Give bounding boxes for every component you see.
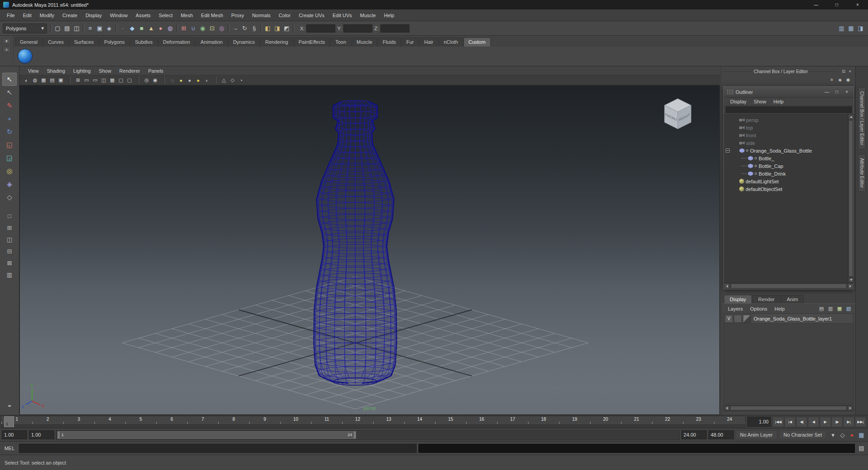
frame-label[interactable]: 10 (280, 416, 311, 422)
tool-settings-icon[interactable]: ◒ (2, 398, 17, 411)
frame-label[interactable]: 13 (373, 416, 404, 422)
mask-rendering-icon[interactable]: ◍ (165, 23, 175, 33)
channel-speed-icon[interactable]: ≡ (828, 76, 835, 83)
wireframe-display-icon[interactable]: ◌ (168, 76, 177, 84)
play-forwards-button[interactable]: ▶ (820, 417, 831, 427)
save-scene-icon[interactable]: ◫ (72, 23, 81, 33)
select-hierarchy-icon[interactable]: ≡ (85, 23, 95, 33)
rotate-tool[interactable]: ↻ (2, 125, 17, 138)
character-set-dropdown[interactable]: No Character Set (779, 430, 826, 439)
menu-item[interactable]: File (3, 11, 19, 20)
menu-item[interactable]: Select (155, 11, 177, 20)
frame-label[interactable]: 12 (342, 416, 373, 422)
panel-toggle-icon[interactable]: ▦ (846, 23, 856, 33)
resolution-gate-icon[interactable]: ▭ (91, 76, 99, 84)
frame-label[interactable]: 7 (187, 416, 218, 422)
panel-menu-item[interactable]: Renderer (115, 67, 144, 74)
snap-view-icon[interactable]: ⊡ (207, 23, 217, 33)
shelf-tab[interactable]: Custom (464, 37, 491, 47)
step-forward-key-button[interactable]: |▶ (831, 417, 843, 427)
outliner-item[interactable]: Orange_Soda_Glass_Bottle (724, 147, 848, 154)
shelf-tab[interactable]: Surfaces (69, 37, 99, 47)
menu-item[interactable]: Modify (36, 11, 58, 20)
panel-toolbar-icon[interactable] (65, 76, 74, 84)
shelf-tab[interactable]: Subdivs (130, 37, 158, 47)
textured-display-icon[interactable]: ● (185, 76, 194, 84)
pane-hypershade-layout-button[interactable]: ⊠ (3, 257, 16, 269)
step-back-frame-button[interactable]: |◀ (784, 417, 796, 427)
open-scene-icon[interactable]: ▤ (62, 23, 72, 33)
outliner-item[interactable]: defaultLightSet (724, 177, 848, 185)
input-connections-icon[interactable]: → (230, 23, 240, 33)
channelbox-header[interactable]: Channel Box / Layer Editor ⊡ × (722, 66, 855, 76)
film-gate-icon[interactable]: ▭ (82, 76, 91, 84)
scroll-left-button[interactable] (724, 283, 730, 289)
mask-surfaces-icon[interactable]: ■ (137, 23, 146, 33)
channel-pin-icon[interactable]: ◉ (845, 76, 852, 83)
show-manipulator-tool[interactable]: ◈ (2, 177, 17, 191)
shelf-tab[interactable]: Hair (419, 37, 438, 47)
move-tool[interactable]: + (2, 112, 17, 125)
shelf-tab[interactable]: Rendering (260, 37, 293, 47)
x-input[interactable] (306, 24, 335, 33)
shadows-icon[interactable]: ◗ (202, 76, 211, 84)
mask-dynamics-icon[interactable]: ● (156, 23, 165, 33)
menu-item[interactable]: Create (58, 11, 81, 20)
frame-label[interactable]: 15 (435, 416, 466, 422)
menu-item[interactable]: Mesh (177, 11, 197, 20)
layer-editor-menu-item[interactable]: Help (771, 305, 788, 312)
shelf-tab[interactable]: General (15, 37, 42, 47)
outliner-item[interactable]: Bottle_Cap (724, 162, 848, 170)
outliner-item[interactable]: defaultObjectSet (724, 185, 848, 193)
frame-selection-icon[interactable]: ◉ (151, 76, 160, 84)
animation-start-field[interactable] (2, 430, 27, 439)
ui-elements-toggle-icon[interactable]: ◨ (856, 23, 865, 33)
z-input[interactable] (380, 24, 409, 33)
menu-item[interactable]: Assets (131, 11, 155, 20)
close-button[interactable]: × (847, 0, 868, 9)
frame-label[interactable]: 3 (63, 416, 94, 422)
viewport[interactable]: Yxz FRONT RIGHT persp (19, 85, 720, 415)
view-cube[interactable]: FRONT RIGHT (659, 95, 697, 133)
menu-item[interactable]: Edit (19, 11, 36, 20)
statusline-icon[interactable] (114, 23, 118, 33)
menu-item[interactable]: Normals (248, 11, 275, 20)
layer-editor-tab[interactable]: Render (752, 295, 780, 303)
frame-all-icon[interactable]: ◎ (142, 76, 151, 84)
menu-item[interactable]: Proxy (227, 11, 248, 20)
panel-menu-item[interactable]: View (24, 67, 43, 74)
layer-display-type-toggle[interactable] (734, 315, 742, 323)
frame-label[interactable]: 4 (94, 416, 126, 422)
frame-label[interactable]: 18 (528, 416, 559, 422)
sidebar-toggle-icon[interactable]: ▥ (837, 23, 846, 33)
paint-select-tool[interactable]: ✎ (2, 99, 17, 112)
gate-mask-icon[interactable]: ◫ (99, 76, 108, 84)
playback-range-bar[interactable]: 1 24 (57, 431, 356, 439)
shelf-tab[interactable]: Dynamics (228, 37, 260, 47)
shelf-menu-icon[interactable]: ≡ (3, 47, 11, 53)
statusline-icon[interactable] (175, 23, 179, 33)
frame-label[interactable]: 9 (249, 416, 281, 422)
outliner-minimize-button[interactable]: — (823, 89, 831, 94)
menu-item[interactable]: Color (275, 11, 295, 20)
menu-item[interactable]: Edit UVs (328, 11, 356, 20)
shaded-display-icon[interactable]: ● (177, 76, 185, 84)
last-tool[interactable]: ◇ (2, 191, 17, 204)
current-frame-indicator[interactable]: 1 (4, 416, 14, 427)
frame-label[interactable]: 21 (621, 416, 652, 422)
outliner-item[interactable]: persp (724, 116, 848, 124)
statusline-icon[interactable] (259, 23, 263, 33)
scale-tool[interactable]: ◱ (2, 138, 17, 151)
select-tool[interactable]: ↖ (2, 73, 17, 86)
maximize-button[interactable]: □ (826, 0, 847, 9)
step-forward-frame-button[interactable]: ▶| (843, 417, 854, 427)
shelf-tab-selector-icon[interactable]: ▾ (3, 38, 11, 44)
anim-layer-filter-icon[interactable]: ▾ (828, 430, 838, 440)
frame-label[interactable]: 17 (497, 416, 528, 422)
safe-title-icon[interactable]: ▢ (125, 76, 134, 84)
current-time-field[interactable] (747, 417, 771, 427)
scroll-up-button[interactable] (848, 114, 854, 120)
select-camera-icon[interactable]: ◐ (22, 76, 31, 84)
pane-outliner-layout-button[interactable]: ◫ (3, 233, 16, 245)
layer-row[interactable]: V Orange_Soda_Glass_Bottle_layer1 (724, 314, 853, 324)
